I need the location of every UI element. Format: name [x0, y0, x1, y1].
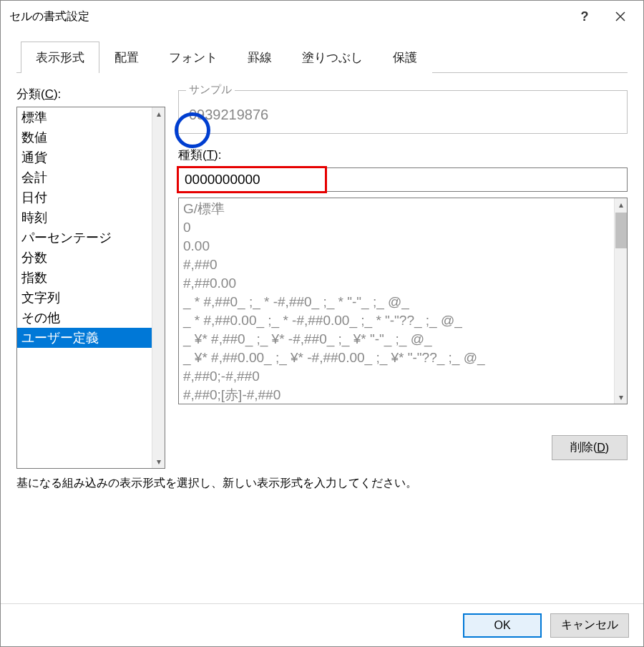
- tab-alignment[interactable]: 配置: [99, 42, 154, 73]
- tab-protection[interactable]: 保護: [378, 42, 432, 73]
- format-row[interactable]: 0.00: [183, 237, 623, 256]
- type-label: 種類(T):: [178, 147, 628, 163]
- type-input-wrap: [178, 167, 628, 192]
- scroll-up-icon[interactable]: ▴: [615, 198, 628, 211]
- listbox-scrollbar[interactable]: ▴ ▾: [152, 107, 165, 468]
- list-item[interactable]: 日付: [17, 188, 165, 208]
- sample-fieldset: サンプル 0939219876: [178, 90, 628, 134]
- format-listbox[interactable]: G/標準 0 0.00 #,##0 #,##0.00 _ * #,##0_ ;_…: [178, 198, 628, 404]
- format-row[interactable]: #,##0.00: [183, 274, 623, 293]
- list-item[interactable]: 時刻: [17, 208, 165, 228]
- format-row[interactable]: _ ¥* #,##0_ ;_ ¥* -#,##0_ ;_ ¥* "-"_ ;_ …: [183, 330, 623, 349]
- list-item[interactable]: 会計: [17, 167, 165, 188]
- columns: 分類(C): 標準 数値 通貨 会計 日付 時刻 パーセンテージ 分数 指数 文…: [16, 86, 628, 469]
- list-item[interactable]: 標準: [17, 107, 165, 127]
- format-row[interactable]: _ * #,##0.00_ ;_ * -#,##0.00_ ;_ * "-"??…: [183, 311, 623, 330]
- scroll-up-icon[interactable]: ▴: [152, 107, 165, 120]
- scrollbar-thumb[interactable]: [615, 213, 627, 248]
- format-row[interactable]: 0: [183, 218, 623, 237]
- help-text: 基になる組み込みの表示形式を選択し、新しい表示形式を入力してください。: [16, 476, 417, 491]
- sample-value: 0939219876: [189, 107, 617, 123]
- list-item[interactable]: 通貨: [17, 147, 165, 167]
- left-column: 分類(C): 標準 数値 通貨 会計 日付 時刻 パーセンテージ 分数 指数 文…: [16, 86, 165, 469]
- sample-label: サンプル: [186, 83, 235, 97]
- button-bar: OK キャンセル: [1, 603, 643, 646]
- formatlist-scrollbar[interactable]: ▴ ▾: [614, 198, 627, 404]
- format-row[interactable]: G/標準: [183, 200, 623, 218]
- ok-button[interactable]: OK: [463, 613, 542, 638]
- list-item[interactable]: 分数: [17, 248, 165, 268]
- content-area: 表示形式 配置 フォント 罫線 塗りつぶし 保護 分類(C): 標準 数値 通貨…: [1, 32, 643, 616]
- format-row[interactable]: _ ¥* #,##0.00_ ;_ ¥* -#,##0.00_ ;_ ¥* "-…: [183, 349, 623, 367]
- format-row[interactable]: #,##0;[赤]-#,##0: [183, 386, 623, 404]
- tab-number-format[interactable]: 表示形式: [21, 42, 99, 73]
- category-label: 分類(C):: [16, 86, 165, 102]
- format-row[interactable]: _ * #,##0_ ;_ * -#,##0_ ;_ * "-"_ ;_ @_: [183, 293, 623, 311]
- scroll-down-icon[interactable]: ▾: [615, 391, 628, 404]
- tab-border[interactable]: 罫線: [233, 42, 287, 73]
- delete-button[interactable]: 削除(D): [552, 435, 628, 460]
- close-icon[interactable]: [603, 1, 638, 32]
- window-title: セルの書式設定: [9, 9, 89, 24]
- list-item[interactable]: パーセンテージ: [17, 228, 165, 248]
- tab-fill[interactable]: 塗りつぶし: [287, 42, 378, 73]
- dialog-window: セルの書式設定 ? 表示形式 配置 フォント 罫線 塗りつぶし 保護 分類(C)…: [0, 0, 644, 647]
- list-item[interactable]: 数値: [17, 127, 165, 147]
- list-item[interactable]: 指数: [17, 268, 165, 288]
- help-icon[interactable]: ?: [567, 1, 602, 32]
- titlebar: セルの書式設定 ?: [1, 1, 643, 32]
- scroll-down-icon[interactable]: ▾: [152, 455, 165, 468]
- type-input[interactable]: [178, 167, 628, 192]
- tab-font[interactable]: フォント: [154, 42, 233, 73]
- cancel-button[interactable]: キャンセル: [550, 613, 629, 638]
- list-item-custom[interactable]: ユーザー定義: [17, 328, 165, 348]
- format-row[interactable]: #,##0;-#,##0: [183, 367, 623, 386]
- tabstrip: 表示形式 配置 フォント 罫線 塗りつぶし 保護: [16, 41, 628, 73]
- list-item[interactable]: その他: [17, 308, 165, 328]
- format-row[interactable]: #,##0: [183, 256, 623, 274]
- right-column: サンプル 0939219876 種類(T): G/標準 0 0.00: [178, 86, 628, 469]
- list-item[interactable]: 文字列: [17, 288, 165, 308]
- category-listbox[interactable]: 標準 数値 通貨 会計 日付 時刻 パーセンテージ 分数 指数 文字列 その他 …: [16, 107, 165, 469]
